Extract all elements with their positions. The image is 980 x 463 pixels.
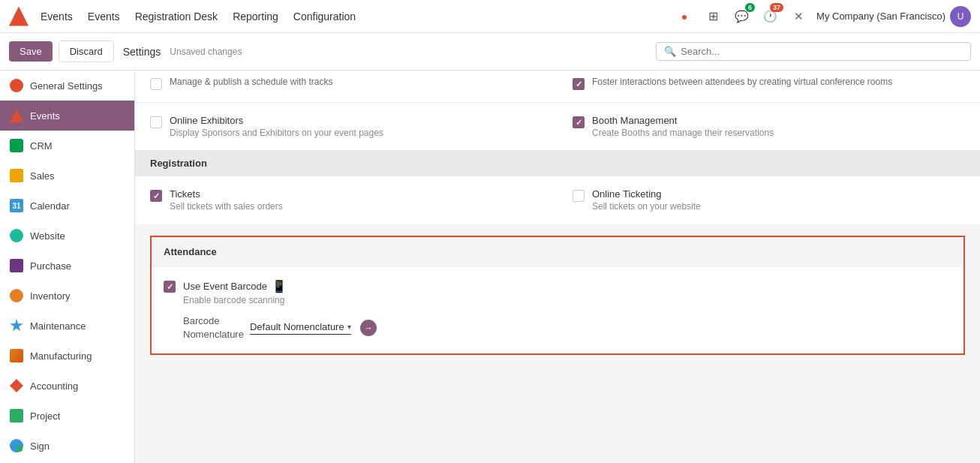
booth-management-option: Booth Management Create Booths and manag… — [573, 115, 965, 138]
attendance-header: Attendance — [152, 237, 963, 267]
top-partial-section: Manage & publish a schedule with tracks … — [135, 71, 980, 102]
nomenclature-select[interactable]: Default Nomenclature ▾ — [250, 321, 351, 335]
events-icon — [9, 108, 24, 123]
crm-icon — [9, 138, 24, 153]
debug-button[interactable]: ✕ — [788, 6, 809, 27]
inventory-icon — [9, 288, 24, 303]
unsaved-changes-label: Unsaved changes — [170, 47, 242, 57]
online-exhibitors-checkbox[interactable] — [150, 116, 162, 128]
schedule-tracks-checkbox[interactable] — [150, 78, 162, 90]
save-button[interactable]: Save — [9, 41, 53, 62]
odoo-logo[interactable] — [9, 7, 29, 26]
accounting-icon — [9, 378, 24, 393]
schedule-tracks-text: Manage & publish a schedule with tracks — [170, 77, 332, 87]
schedule-tracks-option: Manage & publish a schedule with tracks — [150, 77, 543, 90]
sidebar-item-website[interactable]: Website — [0, 221, 134, 251]
sales-icon — [9, 168, 24, 183]
nav-item-events[interactable]: Events — [88, 8, 120, 26]
sidebar-label-sales: Sales — [30, 170, 55, 182]
attendance-section: Attendance Use Event Barcode 📱 Enable ba… — [150, 236, 965, 355]
main-layout: General Settings Events CRM Sales 31 Cal… — [0, 71, 980, 463]
sidebar-item-project[interactable]: Project — [0, 401, 134, 431]
nav-item-events-app[interactable]: Events — [41, 8, 73, 26]
nav-icons: ● ⊞ 💬 6 🕐 37 ✕ My Company (San Francisco… — [674, 6, 971, 27]
chat-badge: 6 — [745, 3, 755, 12]
sidebar-label-events: Events — [30, 110, 60, 122]
chat-button[interactable]: 💬 6 — [731, 6, 752, 27]
sidebar-item-accounting[interactable]: Accounting — [0, 371, 134, 401]
search-icon: 🔍 — [664, 46, 676, 57]
sidebar-label-website: Website — [30, 230, 65, 242]
activity-button[interactable]: 🕐 37 — [759, 6, 780, 27]
purchase-icon — [9, 258, 24, 273]
sidebar-item-maintenance[interactable]: Maintenance — [0, 311, 134, 341]
attendance-body: Use Event Barcode 📱 Enable barcode scann… — [152, 267, 963, 353]
barcode-icon: 📱 — [272, 279, 287, 293]
sign-icon — [9, 438, 24, 453]
virtual-rooms-option: Foster interactions between attendees by… — [573, 77, 965, 90]
online-ticketing-option: Online Ticketing Sell tickets on your we… — [573, 188, 965, 212]
online-exhibitors-text: Online Exhibitors Display Sponsors and E… — [170, 115, 383, 138]
search-box[interactable]: 🔍 — [656, 42, 971, 61]
nav-menu: Events Events Registration Desk Reportin… — [41, 8, 356, 26]
sidebar-item-inventory[interactable]: Inventory — [0, 281, 134, 311]
discard-button[interactable]: Discard — [59, 41, 114, 62]
manufacturing-icon — [9, 348, 24, 363]
sidebar-label-sign: Sign — [30, 440, 50, 452]
registration-section-body: Tickets Sell tickets with sales orders O… — [135, 176, 980, 224]
toolbar-title: Settings — [123, 46, 161, 58]
exhibitors-section: Online Exhibitors Display Sponsors and E… — [135, 102, 980, 150]
use-event-barcode-checkbox[interactable] — [164, 281, 176, 293]
sidebar-label-maintenance: Maintenance — [30, 320, 86, 332]
sidebar-label-calendar: Calendar — [30, 200, 70, 212]
calendar-icon: 31 — [9, 198, 24, 213]
online-ticketing-checkbox[interactable] — [573, 190, 585, 202]
sidebar-item-crm[interactable]: CRM — [0, 131, 134, 161]
nav-item-registration-desk[interactable]: Registration Desk — [135, 8, 218, 26]
booth-management-checkbox[interactable] — [573, 116, 585, 128]
company-info[interactable]: My Company (San Francisco) U — [816, 6, 971, 27]
sidebar-item-events[interactable]: Events — [0, 101, 134, 131]
virtual-rooms-checkbox[interactable] — [573, 78, 585, 90]
nomenclature-label: Barcode Nomenclature — [183, 314, 244, 341]
barcode-option-text: Use Event Barcode 📱 Enable barcode scann… — [183, 279, 287, 305]
online-exhibitors-option: Online Exhibitors Display Sponsors and E… — [150, 115, 543, 138]
sidebar-item-manufacturing[interactable]: Manufacturing — [0, 341, 134, 371]
nomenclature-value: Default Nomenclature — [250, 321, 344, 332]
nomenclature-navigate-button[interactable]: → — [360, 320, 377, 336]
barcode-option-row: Use Event Barcode 📱 Enable barcode scann… — [164, 279, 951, 305]
company-name: My Company (San Francisco) — [816, 11, 945, 22]
sidebar-label-inventory: Inventory — [30, 290, 70, 302]
virtual-rooms-text: Foster interactions between attendees by… — [592, 77, 892, 87]
sidebar-item-purchase[interactable]: Purchase — [0, 251, 134, 281]
apps-button[interactable]: ⊞ — [702, 6, 723, 27]
avatar: U — [950, 6, 971, 27]
sidebar-item-calendar[interactable]: 31 Calendar — [0, 191, 134, 221]
registration-section-header: Registration — [135, 150, 980, 176]
website-icon — [9, 228, 24, 243]
nomenclature-row: Barcode Nomenclature Default Nomenclatur… — [183, 314, 951, 341]
booth-management-text: Booth Management Create Booths and manag… — [592, 115, 774, 138]
sidebar-label-crm: CRM — [30, 140, 53, 152]
dropdown-arrow-icon: ▾ — [347, 323, 351, 331]
content-area: Manage & publish a schedule with tracks … — [135, 71, 980, 463]
online-ticketing-text: Online Ticketing Sell tickets on your we… — [592, 188, 701, 212]
settings-content: Manage & publish a schedule with tracks … — [135, 71, 980, 355]
sidebar-item-sign[interactable]: Sign — [0, 431, 134, 461]
sidebar-item-general-settings[interactable]: General Settings — [0, 71, 134, 101]
nav-item-reporting[interactable]: Reporting — [233, 8, 278, 26]
toolbar: Save Discard Settings Unsaved changes 🔍 — [0, 33, 980, 71]
sidebar-item-sales[interactable]: Sales — [0, 161, 134, 191]
tickets-text: Tickets Sell tickets with sales orders — [170, 188, 283, 212]
sidebar-label-accounting: Accounting — [30, 380, 78, 392]
search-input[interactable] — [681, 46, 963, 57]
general-settings-icon — [9, 78, 24, 93]
sidebar: General Settings Events CRM Sales 31 Cal… — [0, 71, 135, 463]
barcode-title: Use Event Barcode 📱 — [183, 279, 287, 293]
record-button[interactable]: ● — [674, 6, 695, 27]
project-icon — [9, 408, 24, 423]
tickets-checkbox[interactable] — [150, 190, 162, 202]
tickets-option: Tickets Sell tickets with sales orders — [150, 188, 543, 212]
nav-item-configuration[interactable]: Configuration — [293, 8, 356, 26]
top-navigation: Events Events Registration Desk Reportin… — [0, 0, 980, 33]
